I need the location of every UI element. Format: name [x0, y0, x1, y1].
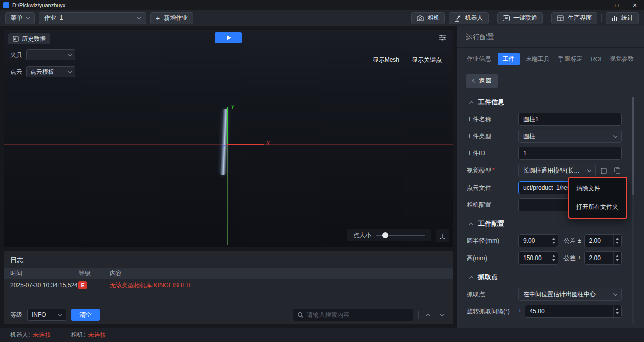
section-grasp-point[interactable]: 抓取点 [470, 273, 622, 282]
y-axis [227, 107, 228, 144]
menu-button[interactable]: 菜单 [5, 12, 35, 24]
back-button[interactable]: 返回 [466, 74, 498, 88]
radius-input-field[interactable] [523, 237, 549, 244]
radius-label: 圆半径(mm) [467, 237, 518, 245]
required-asterisk: * [492, 167, 495, 174]
height-input-field[interactable] [523, 254, 549, 262]
robot-status: 机器人: 未连接 [10, 331, 51, 339]
robot-button[interactable]: 机器人 [449, 12, 489, 24]
tab-job-info[interactable]: 作业信息 [465, 53, 493, 65]
workpiece-type-value: 圆柱 [523, 132, 535, 141]
production-view-button[interactable]: 生产界面 [551, 12, 597, 24]
workpiece-type-select[interactable]: 圆柱 [518, 130, 622, 143]
minimize-button[interactable]: – [590, 0, 608, 10]
show-keypoints-button[interactable]: 显示关键点 [406, 53, 448, 66]
section-workpiece-config[interactable]: 工件配置 [470, 219, 622, 228]
panel-scrollbar[interactable] [632, 97, 634, 324]
stepper[interactable] [613, 252, 621, 264]
maximize-button[interactable]: □ [608, 0, 626, 10]
axis-gizmo-button[interactable] [436, 229, 449, 242]
log-row[interactable]: 2025-07-30 10:34:15,524 E 无该类型相机库:KINGFI… [4, 279, 453, 292]
toolbar-divider [601, 14, 602, 22]
height-tolerance-input[interactable] [584, 251, 622, 265]
plus-minus-icon: ± [578, 237, 581, 244]
show-keypoints-label: 显示关键点 [412, 56, 442, 64]
fixture-select[interactable] [26, 49, 75, 60]
add-job-button[interactable]: + 新增作业 [150, 12, 193, 24]
log-search-box [293, 309, 413, 321]
edit-model-button[interactable] [600, 166, 609, 175]
tab-vision-params[interactable]: 视觉参数 [608, 53, 636, 65]
tab-end-tool[interactable]: 末端工具 [524, 53, 552, 65]
camera-button[interactable]: 相机 [411, 12, 445, 24]
scrollbar-thumb[interactable] [632, 97, 634, 195]
stepper-up-icon [616, 308, 619, 310]
tab-hand-eye-calibration[interactable]: 手眼标定 [556, 53, 585, 65]
height-input[interactable] [518, 251, 558, 265]
x-axis [227, 144, 264, 145]
log-col-time: 时间 [4, 269, 78, 278]
show-mesh-label: 显示Mesh [373, 56, 399, 64]
search-next-button[interactable] [438, 310, 447, 319]
stepper[interactable] [550, 252, 557, 264]
search-prev-button[interactable] [424, 310, 433, 319]
rotation-interval-field[interactable] [530, 308, 612, 315]
pointcloud-select[interactable]: 点云模板 [26, 66, 75, 77]
radius-tolerance-input[interactable] [584, 234, 622, 247]
close-button[interactable]: ✕ [626, 0, 644, 10]
vision-model-select[interactable]: 长圆柱通用模型(长径比大于4:1) [518, 164, 596, 177]
stats-button[interactable]: 统计 [606, 12, 639, 24]
workpiece-id-input[interactable] [523, 150, 617, 157]
history-data-button[interactable]: 历史数据 [8, 33, 50, 44]
height-tolerance-field[interactable] [589, 254, 612, 262]
rotation-interval-input[interactable] [525, 305, 622, 318]
chevron-down-icon [58, 312, 62, 316]
job-select[interactable]: 作业_1 [39, 12, 146, 24]
one-key-link-button[interactable]: AI 一键联通 [497, 12, 543, 24]
stepper[interactable] [613, 306, 621, 317]
log-search-input[interactable] [307, 311, 409, 318]
section-workpiece-info[interactable]: 工件信息 [470, 98, 622, 107]
sliders-icon [439, 34, 447, 41]
plus-icon: + [156, 15, 160, 22]
clear-log-button[interactable]: 清空 [71, 309, 100, 321]
level-filter-select[interactable]: INFO [27, 309, 66, 321]
stepper[interactable] [613, 235, 621, 246]
toolbar: 菜单 作业_1 + 新增作业 相机 机器人 AI 一键联通 生产界面 [0, 10, 644, 26]
chevron-down-icon [613, 291, 617, 295]
vision-model-label: 视觉模型* [467, 166, 518, 175]
copy-model-button[interactable] [613, 166, 622, 175]
ai-icon: AI [503, 15, 510, 21]
titlebar: D:/Pickwiz/yuanzhuyx – □ ✕ [0, 0, 644, 10]
point-size-slider[interactable] [376, 235, 425, 236]
close-icon: ✕ [632, 2, 637, 9]
bar-chart-icon [611, 15, 618, 21]
level-filter-label: 等级 [10, 311, 22, 319]
tolerance-label: 公差 [564, 254, 576, 263]
menu-item-clear-file[interactable]: 清除文件 [569, 179, 626, 198]
app-window: D:/Pickwiz/yuanzhuyx – □ ✕ 菜单 作业_1 + 新增作… [0, 0, 644, 342]
field-vision-model: 视觉模型* 长圆柱通用模型(长径比大于4:1) [467, 164, 622, 177]
workpiece-name-input[interactable] [523, 116, 617, 123]
x-axis-label: X [266, 140, 270, 146]
log-panel: 日志 时间 等级 内容 2025-07-30 10:34:15,524 E 无该… [4, 251, 453, 324]
tab-workpiece[interactable]: 工件 [498, 53, 520, 65]
vision-model-label-text: 视觉模型 [467, 167, 491, 174]
menu-item-open-folder[interactable]: 打开所在文件夹 [569, 198, 626, 216]
grasp-point-select[interactable]: 在中间位置估计出圆柱中心 [518, 288, 622, 301]
radius-tolerance-field[interactable] [589, 237, 612, 244]
menu-button-label: 菜单 [11, 14, 23, 22]
tab-roi[interactable]: ROI [589, 54, 603, 65]
stepper[interactable] [550, 235, 557, 246]
display-settings-button[interactable] [439, 34, 447, 41]
field-workpiece-name: 工件名称 [467, 113, 622, 126]
radius-input[interactable] [518, 234, 558, 247]
stats-button-label: 统计 [621, 14, 633, 22]
stepper-down-icon [616, 242, 619, 244]
toolbar-divider [547, 14, 547, 22]
viewport-3d[interactable]: 历史数据 夹具 点云 点云模 [4, 30, 453, 247]
slider-knob[interactable] [382, 232, 388, 238]
show-mesh-button[interactable]: 显示Mesh [367, 53, 406, 66]
section-workpiece-info-title: 工件信息 [478, 98, 504, 107]
run-button[interactable] [215, 32, 242, 43]
